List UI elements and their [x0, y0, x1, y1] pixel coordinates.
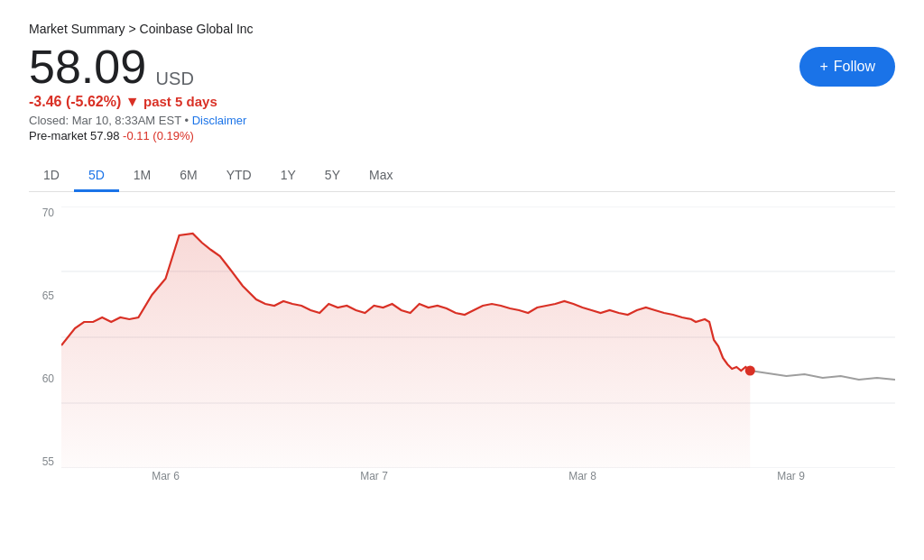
price-main-row: 58.09 USD — [29, 43, 246, 90]
chart-line-afterhours — [750, 371, 895, 380]
tab-1m[interactable]: 1M — [119, 161, 165, 192]
y-label-65: 65 — [29, 289, 58, 302]
tab-max[interactable]: Max — [355, 161, 407, 192]
breadcrumb: Market Summary > Coinbase Global Inc — [29, 22, 895, 36]
price-change-value: -3.46 (-5.62%) — [29, 94, 121, 109]
y-axis: 70 65 60 55 — [29, 207, 58, 468]
tab-5d[interactable]: 5D — [74, 161, 119, 192]
price-change: -3.46 (-5.62%) ▼ past 5 days — [29, 94, 246, 110]
tab-1y[interactable]: 1Y — [266, 161, 310, 192]
chart-fill — [61, 234, 750, 468]
y-label-55: 55 — [29, 455, 58, 468]
disclaimer-link[interactable]: Disclaimer — [192, 114, 247, 127]
follow-icon: + — [819, 59, 827, 75]
y-label-60: 60 — [29, 372, 58, 385]
price-currency: USD — [156, 69, 194, 88]
price-meta: Closed: Mar 10, 8:33AM EST • Disclaimer — [29, 114, 246, 127]
time-range-tabs: 1D 5D 1M 6M YTD 1Y 5Y Max — [29, 161, 895, 192]
follow-button[interactable]: + Follow — [799, 47, 895, 87]
price-header: 58.09 USD -3.46 (-5.62%) ▼ past 5 days C… — [29, 43, 895, 142]
current-price-dot — [745, 366, 755, 376]
premarket-value: 57.98 — [90, 129, 120, 142]
price-change-period: past 5 days — [143, 94, 217, 109]
x-label-mar9: Mar 9 — [777, 470, 805, 495]
price-change-arrow: ▼ — [125, 94, 140, 109]
tab-5y[interactable]: 5Y — [310, 161, 355, 192]
premarket-row: Pre-market 57.98 -0.11 (0.19%) — [29, 129, 246, 142]
chart-svg-area — [61, 207, 895, 468]
x-label-mar8: Mar 8 — [568, 470, 596, 495]
x-label-mar6: Mar 6 — [152, 470, 180, 495]
premarket-change: -0.11 (0.19%) — [123, 129, 194, 142]
chart-svg — [61, 207, 895, 468]
price-block: 58.09 USD -3.46 (-5.62%) ▼ past 5 days C… — [29, 43, 246, 142]
y-label-70: 70 — [29, 207, 58, 219]
tab-1d[interactable]: 1D — [29, 161, 74, 192]
x-axis: Mar 6 Mar 7 Mar 8 Mar 9 — [61, 470, 895, 495]
follow-label: Follow — [834, 59, 875, 75]
stock-chart: 70 65 60 55 — [29, 207, 895, 495]
tab-ytd[interactable]: YTD — [212, 161, 266, 192]
x-label-mar7: Mar 7 — [360, 470, 388, 495]
tab-6m[interactable]: 6M — [165, 161, 211, 192]
price-value: 58.09 — [29, 41, 146, 93]
